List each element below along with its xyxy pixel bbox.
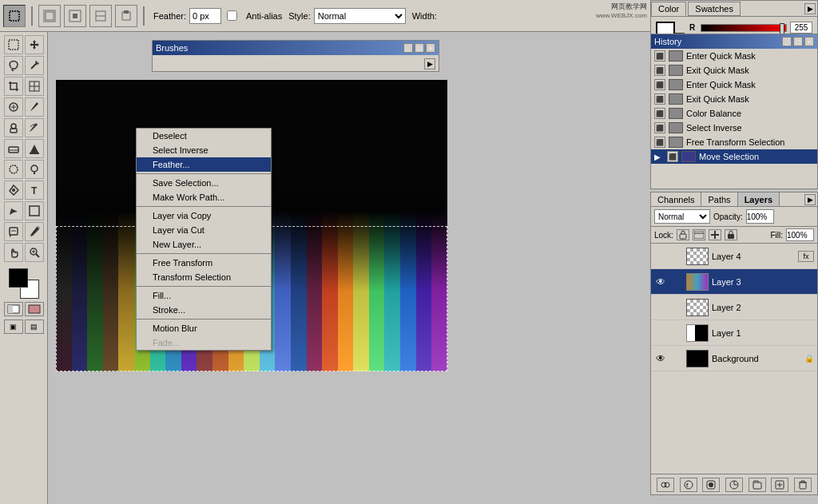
hand-tool[interactable] <box>4 243 23 262</box>
lock-image-icon[interactable] <box>693 229 705 240</box>
magic-wand-tool[interactable] <box>25 56 44 75</box>
lock-position-icon[interactable] <box>709 229 721 240</box>
background-eye[interactable]: 👁 <box>654 352 667 365</box>
toolbar-btn-1[interactable] <box>38 5 61 27</box>
color-tab-color[interactable]: Color <box>651 2 686 16</box>
layers-panel-menu[interactable]: ▶ <box>803 192 817 207</box>
zoom-tool[interactable] <box>25 243 44 262</box>
ctx-layer-via-copy[interactable]: Layer via Copy <box>137 208 271 223</box>
r-slider[interactable] <box>701 24 787 32</box>
crop-tool[interactable] <box>4 77 23 96</box>
toolbar-btn-2[interactable] <box>64 5 86 27</box>
color-swatches[interactable] <box>9 268 39 299</box>
layer3-eye[interactable]: 👁 <box>654 276 667 288</box>
ctx-stroke[interactable]: Stroke... <box>137 303 271 317</box>
history-minimize-btn[interactable]: _ <box>782 37 792 46</box>
history-item-1[interactable]: ⬛ Exit Quick Mask <box>651 63 817 77</box>
standard-screen-icon[interactable]: ▣ <box>4 319 23 334</box>
lasso-tool[interactable] <box>4 56 23 75</box>
ctx-motion-blur[interactable]: Motion Blur <box>137 321 271 335</box>
layer4-fx[interactable]: fx <box>798 251 814 262</box>
layer4-eye[interactable] <box>654 250 667 263</box>
brushes-maximize-btn[interactable]: □ <box>415 43 424 53</box>
marquee-rect-tool[interactable] <box>4 35 23 54</box>
quick-mask-mode-icon[interactable] <box>25 302 44 316</box>
brushes-menu-btn[interactable]: ▶ <box>424 58 435 69</box>
layer-mask-btn[interactable] <box>702 478 720 492</box>
layers-menu-btn[interactable]: ▶ <box>804 194 816 205</box>
history-maximize-btn[interactable]: □ <box>793 37 803 46</box>
channels-tab[interactable]: Channels <box>651 192 701 206</box>
brushes-titlebar[interactable]: Brushes _ □ × <box>153 41 439 55</box>
stamp-tool[interactable] <box>4 118 23 137</box>
layer-delete-btn[interactable] <box>794 478 812 492</box>
layers-mode-select[interactable]: Normal <box>654 209 710 224</box>
history-item-7[interactable]: ▶ ⬛ Move Selection <box>651 149 817 164</box>
history-titlebar[interactable]: History _ □ × <box>651 34 817 49</box>
fill-tool[interactable] <box>25 139 44 158</box>
brush-tool[interactable] <box>25 97 44 117</box>
standard-mode-icon[interactable] <box>4 302 23 316</box>
layer-item-layer2[interactable]: Layer 2 <box>651 295 817 320</box>
pen-tool[interactable] <box>4 181 23 200</box>
eyedropper-tool[interactable] <box>25 222 44 241</box>
marquee-tool[interactable] <box>3 5 26 27</box>
lock-transparency-icon[interactable] <box>677 229 689 240</box>
paths-tab[interactable]: Paths <box>701 192 737 206</box>
color-tab-swatches[interactable]: Swatches <box>688 2 741 16</box>
layer-item-layer1[interactable]: Layer 1 <box>651 320 817 346</box>
ctx-fill[interactable]: Fill... <box>137 288 271 303</box>
history-close-btn[interactable]: × <box>804 37 814 46</box>
layer-item-layer3[interactable]: 👁 Layer 3 <box>651 269 817 295</box>
antialias-checkbox[interactable] <box>227 10 237 21</box>
layer-link-btn[interactable] <box>657 478 674 492</box>
color-panel-menu[interactable]: ▶ <box>803 2 817 16</box>
layer-item-background[interactable]: 👁 Background 🔒 <box>651 346 817 371</box>
brushes-close-btn[interactable]: × <box>426 43 435 53</box>
ctx-free-transform[interactable]: Free Transform <box>137 256 271 270</box>
fill-input[interactable] <box>786 228 814 241</box>
ctx-make-work-path[interactable]: Make Work Path... <box>137 190 271 204</box>
feather-input[interactable] <box>189 8 221 24</box>
style-select[interactable]: Normal Fixed Aspect Ratio Fixed Size <box>314 8 406 24</box>
notes-tool[interactable] <box>4 222 23 241</box>
lock-all-icon[interactable] <box>725 229 737 240</box>
layer-group-btn[interactable] <box>749 478 766 492</box>
toolbar-btn-4[interactable] <box>115 5 137 27</box>
layer-item-layer4[interactable]: Layer 4 fx <box>651 244 817 269</box>
ctx-feather[interactable]: Feather... <box>137 157 271 172</box>
text-tool[interactable]: T <box>25 181 44 200</box>
healing-tool[interactable] <box>4 97 23 117</box>
history-brush-tool[interactable] <box>25 118 44 137</box>
ctx-select-inverse[interactable]: Select Inverse <box>137 143 271 157</box>
eraser-tool[interactable] <box>4 139 23 158</box>
ctx-transform-selection[interactable]: Transform Selection <box>137 270 271 284</box>
layers-tab[interactable]: Layers <box>738 192 780 206</box>
layer1-eye[interactable] <box>654 327 667 339</box>
history-item-3[interactable]: ⬛ Exit Quick Mask <box>651 92 817 106</box>
history-item-2[interactable]: ⬛ Enter Quick Mask <box>651 77 817 92</box>
path-select-tool[interactable] <box>4 201 23 220</box>
ctx-deselect[interactable]: Deselect <box>137 129 271 143</box>
dodge-tool[interactable] <box>25 160 44 179</box>
history-item-5[interactable]: ⬛ Select Inverse <box>651 121 817 135</box>
layer-new-btn[interactable] <box>771 478 788 492</box>
layer-style-btn[interactable]: f <box>680 478 697 492</box>
layer2-eye[interactable] <box>654 301 667 314</box>
history-item-0[interactable]: ⬛ Enter Quick Mask <box>651 49 817 63</box>
layer-adjustment-btn[interactable] <box>725 478 743 492</box>
slice-tool[interactable] <box>25 77 44 96</box>
foreground-color-swatch[interactable] <box>9 268 28 288</box>
toolbar-btn-3[interactable] <box>89 5 112 27</box>
ctx-layer-via-cut[interactable]: Layer via Cut <box>137 223 271 237</box>
color-panel-menu-btn[interactable]: ▶ <box>804 3 816 14</box>
r-value[interactable]: 255 <box>790 22 812 34</box>
opacity-input[interactable] <box>746 209 774 224</box>
brushes-minimize-btn[interactable]: _ <box>403 43 413 53</box>
ctx-new-layer[interactable]: New Layer... <box>137 237 271 252</box>
history-item-6[interactable]: ⬛ Free Transform Selection <box>651 135 817 149</box>
ctx-save-selection[interactable]: Save Selection... <box>137 176 271 190</box>
full-screen-menu-icon[interactable]: ▤ <box>25 319 44 334</box>
move-tool[interactable] <box>25 35 44 54</box>
history-item-4[interactable]: ⬛ Color Balance <box>651 106 817 121</box>
